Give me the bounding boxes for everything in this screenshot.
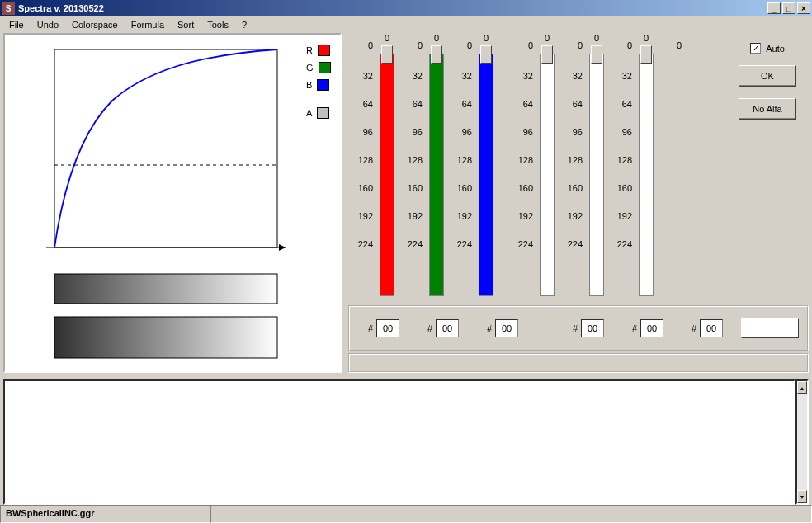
slider-thumb[interactable]	[381, 45, 393, 64]
tick-label: 128	[358, 155, 376, 183]
tick-label: 192	[457, 211, 475, 239]
hex-input-5[interactable]	[700, 319, 723, 337]
tick-label: 160	[518, 183, 536, 211]
slider-top-value: 0	[644, 33, 649, 40]
tick-label: 160	[457, 183, 475, 211]
slider-thumb[interactable]	[541, 45, 553, 64]
scroll-up-icon[interactable]: ▴	[797, 381, 807, 394]
slider-5[interactable]: 0	[635, 33, 657, 296]
hex-input-1[interactable]	[436, 319, 459, 337]
ok-button[interactable]: OK	[739, 65, 796, 87]
slider-thumb[interactable]	[431, 45, 442, 64]
slider-top-value: 0	[594, 33, 599, 40]
tick-label: 0	[368, 38, 376, 71]
auto-checkbox[interactable]: ✓	[750, 43, 761, 54]
scroll-down-icon[interactable]: ▾	[797, 490, 807, 503]
legend-a-label: A	[306, 108, 312, 118]
slider-1[interactable]: 0	[426, 33, 447, 296]
tick-label: 224	[568, 239, 586, 267]
tick-label: 0	[627, 38, 635, 71]
menu-bar: File Undo Colorspace Formula Sort Tools …	[0, 16, 812, 33]
auto-checkbox-row[interactable]: ✓ Auto	[750, 43, 785, 54]
tick-label: 128	[617, 155, 635, 183]
tick-label: 0	[418, 38, 426, 71]
menu-tools[interactable]: Tools	[201, 18, 234, 31]
legend-a-swatch	[317, 107, 329, 119]
tick-label: 160	[617, 183, 635, 211]
slider-widget[interactable]	[536, 45, 558, 296]
status-groove	[348, 353, 809, 373]
slider-top-value: 0	[434, 33, 439, 40]
tick-label: 32	[573, 71, 586, 99]
gradient-preview-2	[54, 317, 277, 358]
tick-label: 192	[568, 211, 586, 239]
slider-widget[interactable]	[586, 45, 607, 296]
slider-2[interactable]: 0	[475, 33, 497, 296]
tick-label: 224	[457, 239, 475, 267]
legend-r: R	[306, 45, 331, 56]
tick-col-end: 0	[657, 33, 685, 71]
tick-label: 32	[363, 71, 376, 99]
window-title: Spectra v. 20130522	[18, 3, 104, 13]
tick-label: 96	[622, 127, 635, 155]
slider-4[interactable]: 0	[586, 33, 607, 296]
tick-label: 64	[622, 99, 635, 127]
tick-label: 224	[518, 239, 536, 267]
tick-label: 128	[457, 155, 475, 183]
color-swatch	[741, 318, 799, 338]
close-button[interactable]: ×	[797, 2, 810, 14]
tick-label: 192	[617, 211, 635, 239]
minimize-button[interactable]: _	[767, 2, 781, 14]
legend-g-label: G	[306, 63, 314, 73]
hex-input-2[interactable]	[495, 319, 518, 337]
slider-widget[interactable]	[635, 45, 657, 296]
tick-col-5: 0326496128160192224	[607, 33, 635, 267]
slider-0[interactable]: 0	[376, 33, 398, 296]
tick-label: 224	[358, 239, 376, 267]
tick-label: 32	[622, 71, 635, 99]
hex-input-4[interactable]	[640, 319, 663, 337]
noalfa-button[interactable]: No Alfa	[739, 98, 796, 120]
tick-label: 128	[408, 155, 426, 183]
hex-input-3[interactable]	[581, 319, 604, 337]
legend-r-swatch	[318, 45, 330, 56]
tick-label: 0	[528, 38, 536, 71]
menu-file[interactable]: File	[3, 18, 30, 31]
hash-label: #	[418, 323, 432, 333]
tick-label: 96	[363, 127, 376, 155]
menu-undo[interactable]: Undo	[31, 18, 64, 31]
hash-label: #	[563, 323, 578, 333]
menu-help[interactable]: ?	[236, 18, 253, 31]
slider-thumb[interactable]	[480, 45, 492, 64]
slider-top-value: 0	[484, 33, 489, 40]
curve-line	[54, 49, 277, 247]
tick-label: 64	[462, 99, 475, 127]
status-bar: BWSphericalINC.ggr	[0, 505, 812, 523]
slider-widget[interactable]	[376, 45, 398, 296]
log-textbox[interactable]	[3, 379, 795, 505]
tick-label: 64	[523, 99, 536, 127]
hash-label: #	[358, 323, 373, 333]
menu-colorspace[interactable]: Colorspace	[66, 18, 124, 31]
tick-col-0: 0326496128160192224	[348, 33, 376, 267]
slider-thumb[interactable]	[640, 45, 652, 64]
hash-label: #	[622, 323, 637, 333]
slider-widget[interactable]	[475, 45, 497, 296]
hex-input-0[interactable]	[376, 319, 399, 337]
legend-g: G	[306, 62, 331, 73]
log-scrollbar[interactable]: ▴ ▾	[795, 379, 809, 505]
tick-label: 224	[617, 239, 635, 267]
slider-top-value: 0	[545, 33, 550, 40]
maximize-button[interactable]: □	[782, 2, 795, 14]
menu-sort[interactable]: Sort	[172, 18, 200, 31]
tick-label: 32	[462, 71, 475, 99]
title-bar: S Spectra v. 20130522 _ □ ×	[0, 0, 812, 16]
legend-a: A	[306, 107, 331, 119]
tick-label: 64	[573, 99, 586, 127]
slider-thumb[interactable]	[591, 45, 602, 64]
slider-top-value: 0	[385, 33, 389, 40]
slider-widget[interactable]	[426, 45, 447, 296]
menu-formula[interactable]: Formula	[125, 18, 170, 31]
slider-3[interactable]: 0	[536, 33, 558, 296]
tick-col-4: 0326496128160192224	[558, 33, 586, 267]
